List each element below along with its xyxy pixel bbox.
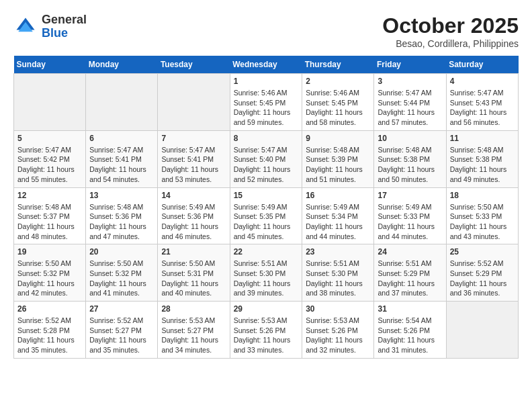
calendar-cell: 19Sunrise: 5:50 AM Sunset: 5:32 PM Dayli… bbox=[14, 244, 86, 302]
day-info: Sunrise: 5:48 AM Sunset: 5:39 PM Dayligh… bbox=[306, 145, 370, 185]
column-header-tuesday: Tuesday bbox=[158, 56, 230, 74]
page-header: General Blue October 2025 Besao, Cordill… bbox=[13, 13, 519, 49]
calendar-cell: 15Sunrise: 5:49 AM Sunset: 5:35 PM Dayli… bbox=[230, 187, 302, 244]
days-header-row: SundayMondayTuesdayWednesdayThursdayFrid… bbox=[14, 56, 519, 74]
calendar-cell: 29Sunrise: 5:53 AM Sunset: 5:26 PM Dayli… bbox=[230, 302, 302, 359]
day-number: 13 bbox=[89, 191, 154, 200]
calendar-cell: 2Sunrise: 5:46 AM Sunset: 5:45 PM Daylig… bbox=[302, 74, 374, 131]
calendar-cell: 22Sunrise: 5:51 AM Sunset: 5:30 PM Dayli… bbox=[230, 244, 302, 302]
calendar-cell: 21Sunrise: 5:50 AM Sunset: 5:31 PM Dayli… bbox=[158, 244, 230, 302]
day-number: 18 bbox=[450, 191, 515, 200]
day-info: Sunrise: 5:48 AM Sunset: 5:38 PM Dayligh… bbox=[378, 145, 442, 185]
calendar-table: SundayMondayTuesdayWednesdayThursdayFrid… bbox=[13, 56, 519, 359]
calendar-cell: 10Sunrise: 5:48 AM Sunset: 5:38 PM Dayli… bbox=[374, 130, 446, 187]
day-number: 11 bbox=[450, 134, 515, 143]
day-info: Sunrise: 5:50 AM Sunset: 5:33 PM Dayligh… bbox=[450, 202, 515, 242]
calendar-cell: 8Sunrise: 5:47 AM Sunset: 5:40 PM Daylig… bbox=[230, 130, 302, 187]
day-number: 26 bbox=[17, 304, 82, 314]
column-header-monday: Monday bbox=[86, 56, 158, 74]
day-number: 31 bbox=[378, 304, 442, 314]
day-info: Sunrise: 5:50 AM Sunset: 5:32 PM Dayligh… bbox=[17, 259, 82, 298]
logo-general: General bbox=[42, 13, 87, 26]
calendar-cell bbox=[158, 74, 230, 131]
day-info: Sunrise: 5:53 AM Sunset: 5:26 PM Dayligh… bbox=[234, 316, 299, 355]
day-number: 5 bbox=[17, 134, 82, 143]
week-row-2: 5Sunrise: 5:47 AM Sunset: 5:42 PM Daylig… bbox=[14, 130, 519, 187]
calendar-cell: 30Sunrise: 5:53 AM Sunset: 5:26 PM Dayli… bbox=[302, 302, 374, 359]
day-number: 15 bbox=[234, 191, 299, 200]
day-info: Sunrise: 5:50 AM Sunset: 5:31 PM Dayligh… bbox=[161, 259, 226, 298]
calendar-cell: 11Sunrise: 5:48 AM Sunset: 5:38 PM Dayli… bbox=[446, 130, 518, 187]
calendar-cell: 28Sunrise: 5:53 AM Sunset: 5:27 PM Dayli… bbox=[158, 302, 230, 359]
calendar-cell: 26Sunrise: 5:52 AM Sunset: 5:28 PM Dayli… bbox=[14, 302, 86, 359]
day-info: Sunrise: 5:47 AM Sunset: 5:41 PM Dayligh… bbox=[161, 145, 226, 185]
day-number: 7 bbox=[161, 134, 226, 143]
week-row-1: 1Sunrise: 5:46 AM Sunset: 5:45 PM Daylig… bbox=[14, 74, 519, 131]
calendar-cell: 18Sunrise: 5:50 AM Sunset: 5:33 PM Dayli… bbox=[446, 187, 518, 244]
day-info: Sunrise: 5:51 AM Sunset: 5:29 PM Dayligh… bbox=[378, 259, 442, 298]
day-info: Sunrise: 5:48 AM Sunset: 5:36 PM Dayligh… bbox=[89, 202, 154, 242]
calendar-cell: 4Sunrise: 5:47 AM Sunset: 5:43 PM Daylig… bbox=[446, 74, 518, 131]
day-info: Sunrise: 5:49 AM Sunset: 5:33 PM Dayligh… bbox=[378, 202, 442, 242]
calendar-cell: 14Sunrise: 5:49 AM Sunset: 5:36 PM Dayli… bbox=[158, 187, 230, 244]
calendar-cell: 9Sunrise: 5:48 AM Sunset: 5:39 PM Daylig… bbox=[302, 130, 374, 187]
month-title: October 2025 bbox=[382, 13, 519, 38]
day-number: 28 bbox=[161, 304, 226, 314]
day-info: Sunrise: 5:47 AM Sunset: 5:41 PM Dayligh… bbox=[89, 145, 154, 185]
location: Besao, Cordillera, Philippines bbox=[382, 38, 519, 49]
column-header-saturday: Saturday bbox=[446, 56, 518, 74]
day-number: 9 bbox=[306, 134, 370, 143]
calendar-cell: 23Sunrise: 5:51 AM Sunset: 5:30 PM Dayli… bbox=[302, 244, 374, 302]
day-info: Sunrise: 5:53 AM Sunset: 5:26 PM Dayligh… bbox=[306, 316, 370, 355]
column-header-thursday: Thursday bbox=[302, 56, 374, 74]
day-number: 4 bbox=[450, 77, 515, 86]
day-info: Sunrise: 5:49 AM Sunset: 5:35 PM Dayligh… bbox=[234, 202, 299, 242]
day-number: 14 bbox=[161, 191, 226, 200]
day-info: Sunrise: 5:47 AM Sunset: 5:43 PM Dayligh… bbox=[450, 88, 515, 128]
day-info: Sunrise: 5:48 AM Sunset: 5:37 PM Dayligh… bbox=[17, 202, 82, 242]
week-row-3: 12Sunrise: 5:48 AM Sunset: 5:37 PM Dayli… bbox=[14, 187, 519, 244]
day-info: Sunrise: 5:52 AM Sunset: 5:29 PM Dayligh… bbox=[450, 259, 515, 298]
calendar-cell: 27Sunrise: 5:52 AM Sunset: 5:27 PM Dayli… bbox=[86, 302, 158, 359]
day-info: Sunrise: 5:50 AM Sunset: 5:32 PM Dayligh… bbox=[89, 259, 154, 298]
day-number: 2 bbox=[306, 77, 370, 86]
calendar-cell: 1Sunrise: 5:46 AM Sunset: 5:45 PM Daylig… bbox=[230, 74, 302, 131]
day-number: 29 bbox=[234, 304, 299, 314]
column-header-sunday: Sunday bbox=[14, 56, 86, 74]
calendar-cell: 6Sunrise: 5:47 AM Sunset: 5:41 PM Daylig… bbox=[86, 130, 158, 187]
day-info: Sunrise: 5:48 AM Sunset: 5:38 PM Dayligh… bbox=[450, 145, 515, 185]
day-info: Sunrise: 5:54 AM Sunset: 5:26 PM Dayligh… bbox=[378, 316, 442, 355]
day-number: 30 bbox=[306, 304, 370, 314]
day-number: 1 bbox=[234, 77, 299, 86]
day-info: Sunrise: 5:52 AM Sunset: 5:27 PM Dayligh… bbox=[89, 316, 154, 355]
week-row-5: 26Sunrise: 5:52 AM Sunset: 5:28 PM Dayli… bbox=[14, 302, 519, 359]
day-info: Sunrise: 5:49 AM Sunset: 5:34 PM Dayligh… bbox=[306, 202, 370, 242]
day-number: 17 bbox=[378, 191, 442, 200]
day-info: Sunrise: 5:53 AM Sunset: 5:27 PM Dayligh… bbox=[161, 316, 226, 355]
day-info: Sunrise: 5:46 AM Sunset: 5:45 PM Dayligh… bbox=[234, 88, 299, 128]
day-number: 6 bbox=[89, 134, 154, 143]
day-number: 16 bbox=[306, 191, 370, 200]
calendar-cell bbox=[446, 302, 518, 359]
day-number: 23 bbox=[306, 247, 370, 257]
day-number: 10 bbox=[378, 134, 442, 143]
day-info: Sunrise: 5:52 AM Sunset: 5:28 PM Dayligh… bbox=[17, 316, 82, 355]
day-number: 27 bbox=[89, 304, 154, 314]
title-block: October 2025 Besao, Cordillera, Philippi… bbox=[382, 13, 519, 49]
calendar-cell: 3Sunrise: 5:47 AM Sunset: 5:44 PM Daylig… bbox=[374, 74, 446, 131]
calendar-cell: 24Sunrise: 5:51 AM Sunset: 5:29 PM Dayli… bbox=[374, 244, 446, 302]
day-number: 19 bbox=[17, 247, 82, 257]
day-number: 24 bbox=[378, 247, 442, 257]
week-row-4: 19Sunrise: 5:50 AM Sunset: 5:32 PM Dayli… bbox=[14, 244, 519, 302]
calendar-cell bbox=[86, 74, 158, 131]
calendar-cell: 5Sunrise: 5:47 AM Sunset: 5:42 PM Daylig… bbox=[14, 130, 86, 187]
calendar-cell: 31Sunrise: 5:54 AM Sunset: 5:26 PM Dayli… bbox=[374, 302, 446, 359]
day-number: 22 bbox=[234, 247, 299, 257]
logo-icon bbox=[13, 15, 38, 39]
day-number: 3 bbox=[378, 77, 442, 86]
column-header-wednesday: Wednesday bbox=[230, 56, 302, 74]
day-info: Sunrise: 5:51 AM Sunset: 5:30 PM Dayligh… bbox=[234, 259, 299, 298]
day-number: 20 bbox=[89, 247, 154, 257]
calendar-cell: 16Sunrise: 5:49 AM Sunset: 5:34 PM Dayli… bbox=[302, 187, 374, 244]
day-info: Sunrise: 5:47 AM Sunset: 5:40 PM Dayligh… bbox=[234, 145, 299, 185]
